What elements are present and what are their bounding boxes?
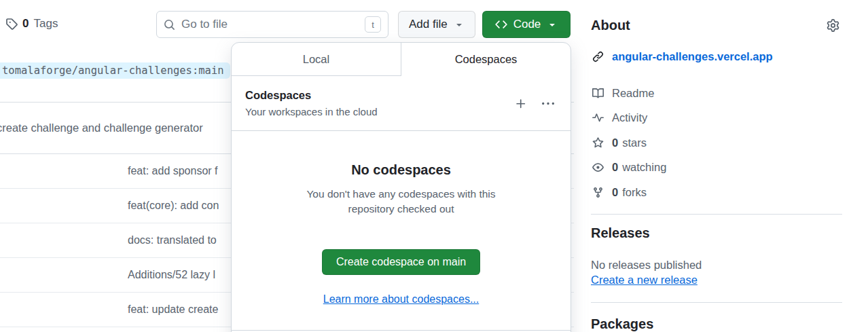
edit-repo-settings-button[interactable] <box>824 16 842 35</box>
star-icon <box>592 137 604 149</box>
sidebar-item-label: Readme <box>612 87 654 100</box>
releases-title: Releases <box>591 225 650 241</box>
sidebar-item-watching[interactable]: 0 watching <box>592 155 666 181</box>
tab-codespaces[interactable]: Codespaces <box>401 43 571 76</box>
fork-icon <box>592 187 604 198</box>
repo-website-link[interactable]: angular-challenges.vercel.app <box>612 50 773 63</box>
code-label: Code <box>513 18 541 31</box>
code-button[interactable]: Code <box>482 11 571 38</box>
commit-message: docs: translated to <box>128 234 217 246</box>
sidebar-item-label: Activity <box>612 111 647 124</box>
codespaces-empty-state: No codespaces You don't have any codespa… <box>232 162 571 306</box>
plus-icon <box>515 98 527 110</box>
latest-commit-message: create challenge and challenge generator <box>0 122 203 134</box>
sidebar-item-label: forks <box>622 186 647 199</box>
sidebar-item-label: stars <box>622 136 647 149</box>
watching-count: 0 <box>612 161 618 174</box>
pulse-icon <box>592 112 604 124</box>
tab-codespaces-label: Codespaces <box>455 53 518 66</box>
panel-divider <box>232 130 571 131</box>
panel-footer-divider <box>232 330 571 331</box>
tab-local[interactable]: Local <box>232 43 401 76</box>
tags-count: 0 <box>22 17 29 31</box>
about-title: About <box>591 18 630 33</box>
search-input[interactable] <box>181 18 365 31</box>
codespaces-title: Codespaces <box>245 89 378 102</box>
new-codespace-button[interactable] <box>512 95 530 113</box>
empty-state-description: You don't have any codespaces with this … <box>293 187 510 217</box>
commit-message: Additions/52 lazy l <box>128 269 215 281</box>
commit-message: feat(core): add con <box>128 200 219 212</box>
code-panel-tabs: Local Codespaces <box>232 43 571 76</box>
commit-message: feat: update create <box>128 303 218 316</box>
tags-link[interactable]: 0 Tags <box>5 17 58 31</box>
chevron-down-icon <box>454 19 465 30</box>
code-icon <box>495 18 507 31</box>
search-icon <box>164 19 175 31</box>
commit-message: feat: add sponsor f <box>128 165 218 177</box>
tag-icon <box>5 18 18 30</box>
stars-count: 0 <box>612 136 618 149</box>
sidebar-item-readme[interactable]: Readme <box>592 81 666 106</box>
book-icon <box>592 88 604 99</box>
repo-page: 0 Tags t Add file Code tomalaforge/angul… <box>0 0 868 332</box>
branch-ref: tomalaforge/angular-challenges:main <box>0 62 230 79</box>
gear-icon <box>827 19 839 32</box>
eye-icon <box>592 162 604 173</box>
empty-state-title: No codespaces <box>232 162 571 178</box>
chevron-down-icon <box>547 19 558 30</box>
code-dropdown-panel: Local Codespaces Codespaces Your workspa… <box>231 42 571 332</box>
forks-count: 0 <box>612 186 618 199</box>
branch-sync-line: tomalaforge/angular-challenges:main . <box>0 62 238 79</box>
tags-label: Tags <box>33 17 58 31</box>
sidebar-item-label: watching <box>622 161 666 174</box>
keyboard-shortcut-hint: t <box>365 16 381 33</box>
sidebar-divider <box>591 302 842 303</box>
create-release-link[interactable]: Create a new release <box>591 274 698 287</box>
add-file-button[interactable]: Add file <box>398 11 475 38</box>
link-icon <box>592 51 604 62</box>
tab-local-label: Local <box>303 53 329 66</box>
codespaces-header: Codespaces Your workspaces in the cloud <box>232 76 571 130</box>
sidebar-item-forks[interactable]: 0 forks <box>592 180 666 205</box>
learn-more-link[interactable]: Learn more about codespaces... <box>323 293 479 306</box>
kebab-horizontal-icon <box>542 98 554 110</box>
packages-title: Packages <box>591 316 653 332</box>
create-codespace-button[interactable]: Create codespace on main <box>322 249 480 275</box>
codespaces-options-button[interactable] <box>539 95 557 113</box>
add-file-label: Add file <box>409 18 448 31</box>
sidebar-item-activity[interactable]: Activity <box>592 106 666 131</box>
sidebar-item-stars[interactable]: 0 stars <box>592 130 666 155</box>
sidebar-divider <box>591 214 842 215</box>
codespaces-subtitle: Your workspaces in the cloud <box>245 106 378 117</box>
releases-empty-text: No releases published <box>591 259 702 272</box>
go-to-file-search[interactable]: t <box>156 11 388 38</box>
